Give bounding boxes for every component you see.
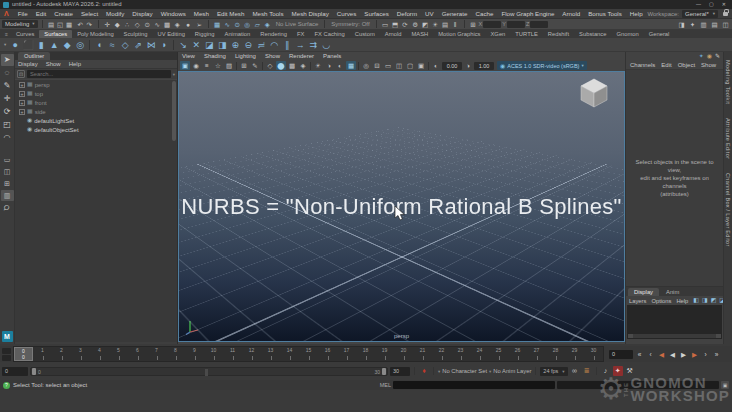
outliner-menu-item[interactable]: Display bbox=[18, 61, 38, 67]
insert-isoparms-icon[interactable]: ∥ bbox=[281, 39, 293, 51]
menu-item[interactable]: Cache bbox=[471, 9, 497, 19]
range-end-handle[interactable] bbox=[382, 368, 386, 375]
current-time-indicator[interactable]: 0 0 bbox=[14, 347, 33, 361]
play-backwards-button[interactable]: ◀ bbox=[667, 349, 678, 360]
mel-input[interactable] bbox=[393, 381, 555, 389]
colorspace-dropdown[interactable]: ◉ ACES 1.0 SDR-video (sRGB) ▾ bbox=[497, 61, 587, 70]
range-slider[interactable]: 0 30 bbox=[30, 367, 388, 376]
move-tool-icon[interactable]: ✛ bbox=[1, 93, 14, 105]
isolate-select-icon[interactable]: ◎ bbox=[361, 61, 371, 70]
pause-viewport-icon[interactable]: ‖ bbox=[451, 20, 460, 29]
fps-dropdown[interactable]: 24 fps ▾ bbox=[540, 367, 567, 376]
outliner-persp-layout-button[interactable]: ▥ bbox=[1, 190, 14, 201]
boundary-icon[interactable]: ◗ bbox=[158, 39, 170, 51]
playback-loop-icon[interactable]: ∞ bbox=[570, 366, 580, 376]
paint-select-tool-icon[interactable]: ✎ bbox=[1, 80, 14, 92]
timeline-tick[interactable]: 7 bbox=[147, 347, 166, 361]
expand-icon[interactable]: + bbox=[19, 91, 25, 97]
maximize-button[interactable]: ▢ bbox=[709, 0, 714, 9]
step-forward-key-button[interactable]: ▶ bbox=[689, 349, 700, 360]
expand-icon[interactable]: + bbox=[19, 109, 25, 115]
viewport-menu-item[interactable]: Panels bbox=[323, 53, 341, 59]
attach-surfaces-icon[interactable]: ⊕ bbox=[229, 39, 241, 51]
layer-list-scrollbar[interactable] bbox=[628, 334, 721, 338]
new-empty-layer-icon[interactable]: ◧ bbox=[693, 296, 699, 305]
play-forwards-button[interactable]: ▶ bbox=[678, 349, 689, 360]
mute-icon[interactable]: ♪ bbox=[601, 366, 611, 376]
ambient-occlusion-icon[interactable]: ◐ bbox=[335, 61, 345, 70]
shelf-tab[interactable]: Rigging bbox=[190, 30, 220, 38]
shelf-tab[interactable]: Custom bbox=[350, 30, 380, 38]
multisample-aa-icon[interactable]: ▦ bbox=[346, 61, 356, 70]
save-scene-icon[interactable]: ▦ bbox=[65, 20, 74, 29]
timeline-tick[interactable]: 1 bbox=[33, 347, 52, 361]
shelf-tab[interactable]: Redshift bbox=[543, 30, 574, 38]
menu-item[interactable]: Mesh Display bbox=[288, 9, 333, 19]
shelf-tab[interactable]: XGen bbox=[486, 30, 511, 38]
four-pane-layout-button[interactable]: ⊞ bbox=[1, 178, 14, 189]
nurbs-cube-icon[interactable]: ⬛ bbox=[22, 39, 34, 51]
filter-icon[interactable]: ⊡ bbox=[17, 70, 25, 78]
shelf-tab[interactable]: Poly Modeling bbox=[72, 30, 118, 38]
shelf-tab[interactable]: MASH bbox=[407, 30, 434, 38]
menu-item[interactable]: Select bbox=[77, 9, 102, 19]
shelf-tab[interactable]: Arnold bbox=[380, 30, 407, 38]
nurbs-torus-icon[interactable]: ◎ bbox=[74, 39, 86, 51]
shelf-tab[interactable]: Curves bbox=[11, 30, 39, 38]
step-back-frame-button[interactable]: ‹ bbox=[645, 349, 656, 360]
expand-icon[interactable]: + bbox=[19, 82, 25, 88]
timeline-tick[interactable]: 26 bbox=[508, 347, 527, 361]
shelf-tab[interactable]: General bbox=[644, 30, 675, 38]
pencil-icon[interactable]: ✎ bbox=[715, 52, 720, 61]
two-d-pan-zoom-icon[interactable]: ⊞ bbox=[239, 61, 249, 70]
safe-title-icon[interactable]: ▣ bbox=[416, 61, 426, 70]
resolution-gate-icon[interactable]: ▭ bbox=[383, 61, 393, 70]
range-start-handle[interactable] bbox=[32, 368, 36, 375]
open-render-view-icon[interactable]: ▭ bbox=[381, 20, 390, 29]
toggle-tool-settings-icon[interactable]: ▤ bbox=[710, 20, 719, 29]
channel-box-menu-item[interactable]: Channels bbox=[630, 62, 655, 68]
autodesk-logo-icon[interactable]: Λ bbox=[4, 9, 9, 19]
menu-item[interactable]: Bonus Tools bbox=[584, 9, 626, 19]
snap-to-points-icon[interactable]: ⊙ bbox=[233, 20, 242, 29]
outliner-menu-item[interactable]: Show bbox=[46, 61, 61, 67]
timeline-tick[interactable]: 27 bbox=[527, 347, 546, 361]
shelf-tab[interactable]: Sculpting bbox=[119, 30, 153, 38]
loft-icon[interactable]: ≈ bbox=[106, 39, 118, 51]
timeline-tick[interactable]: 29 bbox=[565, 347, 584, 361]
camera-attributes-icon[interactable]: ≡ bbox=[202, 61, 212, 70]
hypershade-icon[interactable]: ◩ bbox=[421, 20, 430, 29]
nurbs-cylinder-icon[interactable]: ▮ bbox=[35, 39, 47, 51]
surface-fillet-icon[interactable]: ◡ bbox=[320, 39, 332, 51]
shelf-tab[interactable]: TURTLE bbox=[510, 30, 542, 38]
outliner-item-side[interactable]: + ▦ side bbox=[15, 107, 177, 116]
rotate-tool-icon[interactable]: ⟳ bbox=[1, 106, 14, 118]
expand-icon[interactable]: + bbox=[19, 100, 25, 106]
layer-editor-tab[interactable]: Anim bbox=[660, 288, 685, 296]
sidebar-tab[interactable]: Channel Box / Layer Editor bbox=[725, 173, 731, 247]
menu-item[interactable]: Flow Graph Engine bbox=[497, 9, 558, 19]
gate-mask-icon[interactable]: ◫ bbox=[394, 61, 404, 70]
timeline-tick[interactable]: 3 bbox=[71, 347, 90, 361]
close-button[interactable]: ✕ bbox=[722, 0, 726, 9]
cached-playback-icon[interactable]: ≣ bbox=[582, 366, 592, 376]
open-close-surfaces-icon[interactable]: ◠ bbox=[268, 39, 280, 51]
extend-surfaces-icon[interactable]: → bbox=[294, 39, 306, 51]
toggle-character-controls-icon[interactable]: ✦ bbox=[688, 20, 697, 29]
new-scene-icon[interactable]: ▤ bbox=[47, 20, 56, 29]
layer-list[interactable] bbox=[627, 305, 722, 339]
timeline-tick[interactable]: 14 bbox=[280, 347, 299, 361]
timeline-tick[interactable]: 17 bbox=[337, 347, 356, 361]
undo-icon[interactable]: ↶ bbox=[76, 20, 85, 29]
range-mid-marker[interactable] bbox=[205, 369, 208, 376]
wireframe-icon[interactable]: ◇ bbox=[265, 61, 275, 70]
select-deformations-icon[interactable]: ◈ bbox=[173, 20, 182, 29]
outliner-item-defaultobjectset[interactable]: + ◉ defaultObjectSet bbox=[15, 125, 177, 134]
light-editor-icon[interactable]: ☀ bbox=[431, 20, 440, 29]
view-cube-gizmo[interactable] bbox=[580, 78, 608, 108]
select-handles-icon[interactable]: ◇ bbox=[133, 20, 142, 29]
planar-icon[interactable]: ◇ bbox=[119, 39, 131, 51]
character-icon[interactable]: ✦ bbox=[699, 52, 704, 61]
menu-item[interactable]: Generate bbox=[438, 9, 472, 19]
timeline-tick[interactable]: 20 bbox=[394, 347, 413, 361]
